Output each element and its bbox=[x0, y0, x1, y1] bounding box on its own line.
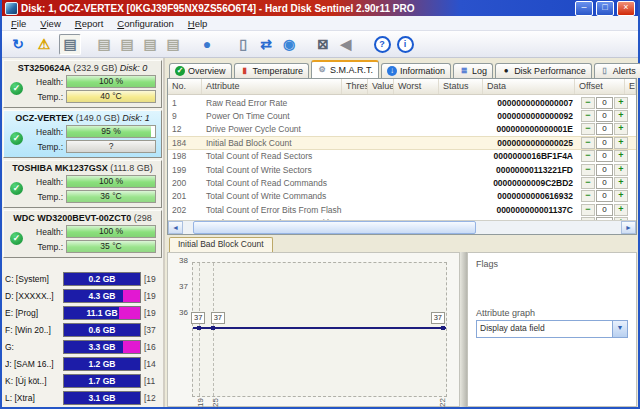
partition-free-size: 1.7 GB bbox=[64, 375, 140, 387]
partition-row[interactable]: G: 3.3 GB [16 bbox=[2, 338, 163, 355]
partition-row[interactable]: K: [Új köt..] 1.7 GB [11 bbox=[2, 372, 163, 389]
speaker-icon[interactable]: ◀ bbox=[335, 34, 357, 55]
tab[interactable]: ▯ Alerts bbox=[594, 63, 640, 78]
table-row[interactable]: 199 Total Count of Write Sectors 0000000… bbox=[168, 163, 636, 176]
disk-surface-icon[interactable]: ▤ bbox=[59, 34, 81, 55]
col-header-threshold[interactable]: Thres... bbox=[342, 79, 368, 94]
splitter[interactable] bbox=[460, 252, 467, 407]
tab[interactable]: ≣ Log bbox=[453, 63, 493, 78]
menu-item[interactable]: File bbox=[4, 18, 33, 29]
attribute-graph-select[interactable]: Display data field ▼ bbox=[476, 320, 628, 338]
scrollbar-track[interactable] bbox=[476, 221, 621, 234]
offset-decrease-button[interactable]: − bbox=[581, 97, 595, 109]
offset-increase-button[interactable]: + bbox=[614, 150, 628, 162]
offset-decrease-button[interactable]: − bbox=[581, 137, 595, 149]
menu-item[interactable]: View bbox=[33, 18, 67, 29]
col-header-attribute[interactable]: Attribute bbox=[202, 79, 342, 94]
table-row[interactable]: 201 Total Count of Write Commands 000000… bbox=[168, 190, 636, 203]
partition-row[interactable]: D: [XXXXX..] 4.3 GB [19 bbox=[2, 287, 163, 304]
disk-card[interactable]: WDC WD3200BEVT-00ZCT0 (298 ✓ Health: 100… bbox=[3, 210, 162, 258]
partition-row[interactable]: F: [Win 20..] 0.6 GB [37 bbox=[2, 321, 163, 338]
offset-increase-button[interactable]: + bbox=[614, 164, 628, 176]
partition-row[interactable]: L: [Xtra] 3.1 GB [12 bbox=[2, 389, 163, 406]
offset-increase-button[interactable]: + bbox=[614, 110, 628, 122]
offset-decrease-button[interactable]: − bbox=[581, 190, 595, 202]
tab[interactable]: ↓ Information bbox=[381, 63, 451, 78]
scrollbar-thumb[interactable] bbox=[193, 221, 476, 234]
network-icon[interactable]: ◉ bbox=[278, 34, 300, 55]
tab[interactable]: ▮ Temperature bbox=[234, 63, 310, 78]
data-line bbox=[193, 327, 446, 329]
point-label-2: 37 bbox=[211, 312, 225, 324]
offset-decrease-button[interactable]: − bbox=[581, 123, 595, 135]
detect-disk-icon[interactable]: ▤ bbox=[93, 34, 115, 55]
table-row[interactable]: 184 Initial Bad Block Count 000000000000… bbox=[168, 136, 636, 149]
menu-item[interactable]: Help bbox=[181, 18, 215, 29]
minimize-button[interactable]: – bbox=[575, 1, 593, 16]
temp-value: ? bbox=[67, 141, 155, 152]
maximize-button[interactable]: □ bbox=[596, 1, 614, 16]
attribute-tab[interactable]: Initial Bad Block Count bbox=[169, 237, 273, 252]
temp-label: Temp.: bbox=[30, 92, 63, 102]
sync-icon[interactable]: ⇄ bbox=[255, 34, 277, 55]
partition-row[interactable]: E: [Prog] 11.1 GB [19 bbox=[2, 304, 163, 321]
col-header-data[interactable]: Data bbox=[483, 79, 575, 94]
monitor-offline-icon[interactable]: ⊠ bbox=[312, 34, 334, 55]
menu-item[interactable]: Configuration bbox=[110, 18, 181, 29]
table-row[interactable]: 1 Raw Read Error Rate 0000000000000007 −… bbox=[168, 96, 636, 109]
table-row[interactable]: 202 Total Count of Error Bits From Flash… bbox=[168, 203, 636, 216]
tool-icon-glyph: ◀ bbox=[341, 37, 352, 51]
offset-increase-button[interactable]: + bbox=[614, 190, 628, 202]
disk-size: (149.0 GB) bbox=[76, 113, 120, 123]
refresh-icon[interactable]: ↻ bbox=[7, 34, 29, 55]
disk-ok-icon[interactable]: ▤ bbox=[139, 34, 161, 55]
cell-no: 1 bbox=[168, 98, 202, 108]
disk-card[interactable]: ST3250624A (232.9 GB) Disk: 0 ✓ Health: … bbox=[3, 60, 162, 108]
partition-row[interactable]: J: [SAM 16..] 1.2 GB [14 bbox=[2, 355, 163, 372]
disk-scan-icon[interactable]: ▤ bbox=[162, 34, 184, 55]
partition-row[interactable]: C: [System] 0.2 GB [19 bbox=[2, 270, 163, 287]
offset-decrease-button[interactable]: − bbox=[581, 150, 595, 162]
offset-increase-button[interactable]: + bbox=[614, 204, 628, 216]
tab[interactable]: ⚙ S.M.A.R.T. bbox=[311, 60, 379, 78]
offset-decrease-button[interactable]: − bbox=[581, 177, 595, 189]
disk-card[interactable]: OCZ-VERTEX (149.0 GB) Disk: 1 ✓ Health: … bbox=[3, 110, 162, 158]
menu-item[interactable]: Report bbox=[68, 18, 111, 29]
table-row[interactable]: 9 Power On Time Count 0000000000000092 −… bbox=[168, 109, 636, 122]
offset-decrease-button[interactable]: − bbox=[581, 164, 595, 176]
chevron-down-icon[interactable]: ▼ bbox=[612, 321, 627, 337]
offset-increase-button[interactable]: + bbox=[614, 123, 628, 135]
partition-list: C: [System] 0.2 GB [19 D: [XXXXX..] 4.3 … bbox=[2, 270, 163, 406]
disk-card[interactable]: TOSHIBA MK1237GSX (111.8 GB) ✓ Health: 1… bbox=[3, 160, 162, 208]
offset-decrease-button[interactable]: − bbox=[581, 204, 595, 216]
offset-increase-button[interactable]: + bbox=[614, 177, 628, 189]
info-icon[interactable]: i bbox=[394, 34, 416, 55]
offset-increase-button[interactable]: + bbox=[614, 97, 628, 109]
offset-increase-button[interactable]: + bbox=[614, 137, 628, 149]
disk-card-header: OCZ-VERTEX (149.0 GB) Disk: 1 bbox=[4, 111, 161, 123]
col-header-er[interactable]: Er bbox=[625, 79, 636, 94]
help-icon[interactable]: ? bbox=[371, 34, 393, 55]
close-button[interactable]: × bbox=[617, 1, 635, 16]
scroll-left-arrow[interactable]: ◄ bbox=[168, 221, 183, 234]
disk-clock-icon[interactable]: ▤ bbox=[116, 34, 138, 55]
offset-decrease-button[interactable]: − bbox=[581, 110, 595, 122]
surface-warning-icon[interactable]: ⚠ bbox=[33, 34, 55, 55]
cell-no: 200 bbox=[168, 178, 202, 188]
cell-attribute: Total Count of Write Sectors bbox=[202, 165, 342, 175]
tab[interactable]: ● Disk Performance bbox=[495, 63, 592, 78]
table-row[interactable]: 200 Total Count of Read Commands 0000000… bbox=[168, 176, 636, 189]
scroll-right-arrow[interactable]: ► bbox=[621, 221, 636, 234]
table-row[interactable]: 198 Total Count of Read Sectors 00000000… bbox=[168, 150, 636, 163]
col-header-value[interactable]: Value bbox=[368, 79, 394, 94]
partition-usage-bar: 4.3 GB bbox=[63, 289, 141, 303]
report-icon[interactable]: ▯ bbox=[232, 34, 254, 55]
col-header-no[interactable]: No. bbox=[168, 79, 202, 94]
tab[interactable]: ✓ Overview bbox=[169, 63, 232, 78]
col-header-status[interactable]: Status bbox=[439, 79, 483, 94]
col-header-offset[interactable]: Offset bbox=[575, 79, 625, 94]
table-row[interactable]: 12 Drive Power Cycle Count 0000000000000… bbox=[168, 123, 636, 136]
world-disk-icon[interactable]: ● bbox=[196, 34, 218, 55]
x-tick-2: 6.25 bbox=[211, 398, 220, 409]
col-header-worst[interactable]: Worst bbox=[394, 79, 439, 94]
